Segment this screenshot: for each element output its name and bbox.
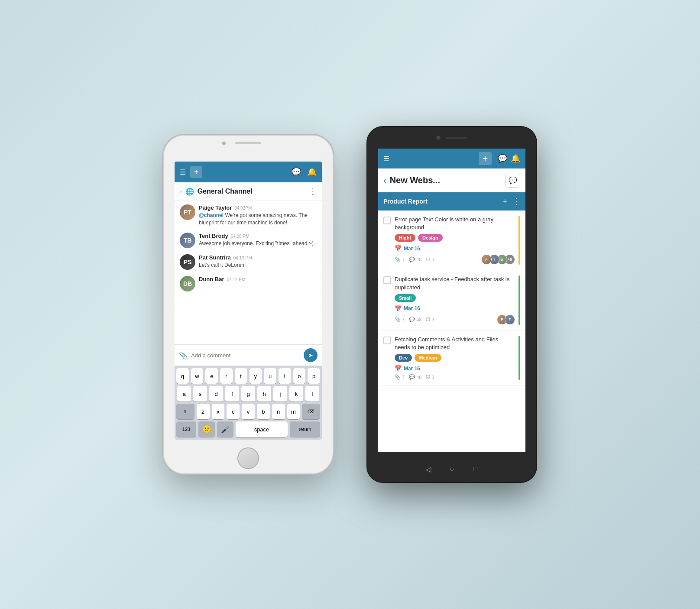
key-j[interactable]: j (273, 386, 287, 402)
task-tags-1: Hight Design (395, 234, 515, 242)
key-d[interactable]: d (209, 386, 223, 402)
key-r[interactable]: r (220, 368, 233, 384)
android-bottom-nav: ◁ ○ □ (367, 456, 536, 482)
shift-key[interactable]: ⇧ (176, 404, 194, 419)
android-screen: ☰ + 💬 🔔 ‹ New Webs... 💬 Product Report + (378, 149, 525, 452)
mention-channel: @channel (199, 212, 224, 218)
menu-icon[interactable]: ☰ (180, 168, 186, 176)
mic-key[interactable]: 🎤 (217, 421, 233, 437)
chat-icon[interactable]: 💬 (292, 167, 301, 177)
key-f[interactable]: f (225, 386, 239, 402)
key-i[interactable]: i (279, 368, 291, 384)
calendar-icon-2: 📅 (395, 305, 402, 312)
channel-expand-arrow[interactable]: › (180, 188, 182, 195)
iphone-screen: ☰ + 💬 🔔 › 🌐 General Channel ⋮ PT (175, 162, 322, 440)
space-key[interactable]: space (236, 421, 288, 437)
comment-input[interactable] (191, 352, 304, 359)
return-key[interactable]: return (290, 421, 320, 437)
column-add-button[interactable]: + (502, 197, 507, 206)
calendar-icon-1: 📅 (395, 245, 402, 252)
task-card-3: Fetching Comments & Activities and Files… (378, 330, 525, 385)
android-add-button[interactable]: + (479, 152, 492, 165)
task-tags-3: Dev Medium (395, 354, 515, 362)
android-back-nav[interactable]: ◁ (423, 464, 434, 474)
emoji-key[interactable]: 🙂 (198, 421, 215, 437)
android-menu-icon[interactable]: ☰ (383, 155, 389, 163)
key-t[interactable]: t (235, 368, 247, 384)
task-checkbox-3[interactable] (383, 337, 391, 344)
key-c[interactable]: c (227, 404, 240, 419)
numbers-key[interactable]: 123 (176, 421, 196, 437)
message-body-3: Pat Suntrira 04:13 PM Let's call it DeLo… (199, 254, 252, 270)
task-attachments-2: 📎 7 (395, 317, 405, 322)
android-recent-nav[interactable]: □ (470, 464, 480, 474)
tag-dev[interactable]: Dev (395, 354, 412, 362)
comment-input-bar: 📎 ➤ (175, 344, 322, 366)
key-m[interactable]: m (287, 404, 300, 419)
android-bell-icon[interactable]: 🔔 (511, 154, 520, 163)
calendar-icon-3: 📅 (395, 365, 402, 372)
bell-icon[interactable]: 🔔 (307, 167, 317, 177)
back-button[interactable]: ‹ (383, 175, 386, 185)
delete-key[interactable]: ⌫ (302, 404, 320, 419)
key-z[interactable]: z (197, 404, 210, 419)
message-body-4: Dunn Bar 04:14 PM (199, 276, 245, 292)
key-y[interactable]: y (250, 368, 262, 384)
key-p[interactable]: p (308, 368, 320, 384)
add-button[interactable]: + (190, 166, 202, 178)
tag-small[interactable]: Small (395, 294, 416, 302)
tag-high[interactable]: Hight (395, 234, 415, 242)
page-chat-button[interactable]: 💬 (506, 173, 520, 188)
task-priority-indicator-1 (519, 216, 520, 265)
attach-icon[interactable]: 📎 (179, 351, 188, 360)
key-l[interactable]: l (305, 386, 319, 402)
key-x[interactable]: x (212, 404, 225, 419)
android-home-nav[interactable]: ○ (447, 464, 457, 474)
keyboard-row-3: ⇧ z x c v b n m ⌫ (176, 404, 320, 419)
task-date-text-2: Mar 16 (404, 305, 420, 311)
task-title-2: Duplicate task service - Feedback after … (395, 275, 515, 291)
more-options-icon[interactable]: ⋮ (309, 187, 317, 196)
android-top (367, 127, 536, 149)
column-more-button[interactable]: ⋮ (512, 197, 520, 206)
send-button[interactable]: ➤ (304, 348, 318, 362)
iphone-camera (222, 142, 226, 145)
task-checks-1: ☑ 3 (426, 257, 434, 262)
task-checkbox-2[interactable] (383, 276, 391, 284)
message-3: PS Pat Suntrira 04:13 PM Let's call it D… (180, 254, 317, 270)
iphone-app-header: ☰ + 💬 🔔 (175, 162, 322, 182)
key-u[interactable]: u (264, 368, 276, 384)
msg-time-2: 04:08 PM (231, 234, 250, 239)
key-v[interactable]: v (242, 404, 255, 419)
key-n[interactable]: n (272, 404, 285, 419)
android-chat-icon[interactable]: 💬 (498, 154, 507, 163)
task-meta-3: 📎 7 💬 48 ☑ 3 (395, 374, 515, 380)
tag-design[interactable]: Design (418, 234, 443, 242)
key-h[interactable]: h (257, 386, 271, 402)
send-icon: ➤ (308, 352, 313, 359)
task-checkbox-1[interactable] (383, 217, 391, 224)
msg-author-2: Tent Brody (199, 233, 228, 239)
iphone-speaker (235, 142, 261, 144)
key-b[interactable]: b (257, 404, 270, 419)
key-s[interactable]: s (193, 386, 207, 402)
task-priority-indicator-2 (519, 275, 520, 324)
task-comments-2: 💬 48 (409, 317, 421, 322)
task-date-text-3: Mar 16 (404, 366, 420, 372)
key-o[interactable]: o (293, 368, 306, 384)
key-q[interactable]: q (176, 368, 189, 384)
tag-medium[interactable]: Medium (415, 354, 441, 362)
message-1: PT Paige Taylor 04:02PM @channel We're g… (180, 204, 317, 227)
key-e[interactable]: e (205, 368, 218, 384)
message-body-2: Tent Brody 04:08 PM Awesome job everyone… (199, 233, 314, 248)
key-a[interactable]: a (177, 386, 191, 402)
avatar-paige: PT (180, 204, 195, 220)
msg-text-3: Let's call it DeLoren! (199, 262, 252, 269)
key-g[interactable]: g (241, 386, 255, 402)
key-k[interactable]: k (289, 386, 303, 402)
task-avatar-2b: T (505, 314, 515, 325)
task-card-1: Error page Text Color is white on a gray… (378, 211, 525, 270)
kanban-column-header: Product Report + ⋮ (378, 192, 525, 211)
iphone-home-button[interactable] (237, 447, 259, 469)
key-w[interactable]: w (191, 368, 204, 384)
